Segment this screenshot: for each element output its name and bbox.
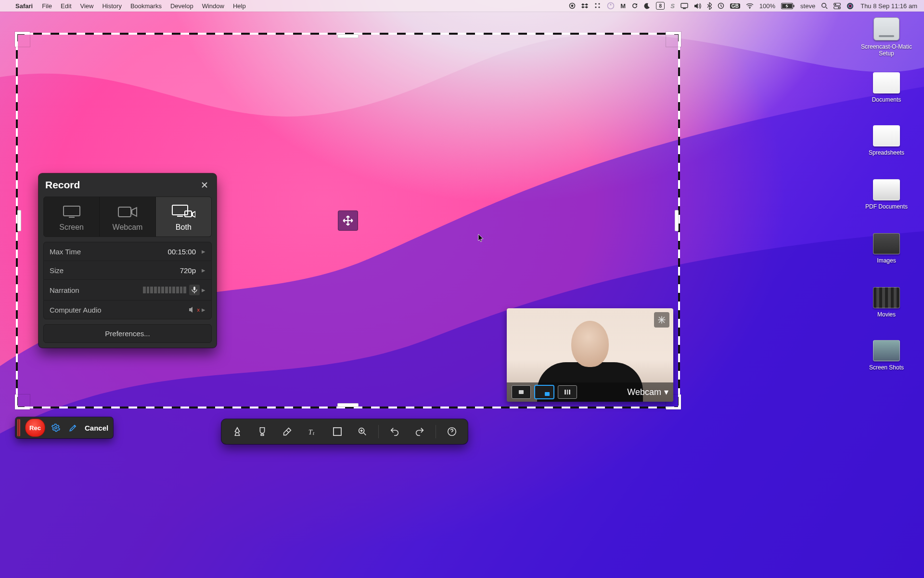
calendar-menubar-icon[interactable]: 8 xyxy=(656,2,665,10)
mode-label: Screen xyxy=(47,223,96,232)
highlighter-tool[interactable] xyxy=(251,422,273,441)
mode-label: Webcam xyxy=(103,223,152,232)
webcam-dropdown[interactable]: Webcam▾ xyxy=(627,387,668,397)
desktop-icon-pdf[interactable]: PDF Documents xyxy=(858,179,915,210)
desktop-icon-spreadsheets[interactable]: Spreadsheets xyxy=(858,125,915,156)
refresh-icon[interactable] xyxy=(631,2,638,9)
desktop-icon-documents[interactable]: Documents xyxy=(858,72,915,103)
svg-point-5 xyxy=(599,6,600,8)
bluetooth-icon[interactable] xyxy=(707,2,712,10)
mode-label: Both xyxy=(159,223,208,232)
desktop-icon-label: Spreadsheets xyxy=(858,149,915,156)
svg-point-18 xyxy=(838,7,840,8)
redo-button[interactable] xyxy=(409,422,431,441)
mode-both[interactable]: Both xyxy=(156,197,211,236)
webcam-effects-button[interactable] xyxy=(654,312,669,328)
speaker-muted-icon: x xyxy=(189,306,200,313)
row-max-time[interactable]: Max Time 00:15:00 ▸ xyxy=(44,242,211,261)
desktop: Safari File Edit View History Bookmarks … xyxy=(0,0,924,578)
menu-develop[interactable]: Develop xyxy=(170,2,193,10)
record-status-icon[interactable] xyxy=(569,2,576,9)
webcam-layout-pip[interactable] xyxy=(535,385,554,399)
menu-bookmarks[interactable]: Bookmarks xyxy=(130,2,162,10)
zoom-tool[interactable] xyxy=(351,422,373,441)
preferences-button[interactable]: Preferences... xyxy=(43,324,212,343)
screen-icon xyxy=(47,204,96,220)
draw-button[interactable] xyxy=(66,421,80,434)
menu-extra-m-icon[interactable]: M xyxy=(620,2,626,10)
resize-handle-tl[interactable] xyxy=(15,32,30,47)
battery-percent: 100% xyxy=(759,2,775,10)
menubar-app-name[interactable]: Safari xyxy=(15,2,33,10)
row-label: Computer Audio xyxy=(50,306,189,314)
resize-handle-tr[interactable] xyxy=(666,32,681,47)
menu-extra-icon[interactable] xyxy=(594,2,601,9)
separator xyxy=(436,425,436,438)
webcam-layout-side[interactable] xyxy=(558,385,577,399)
resize-handle-top[interactable] xyxy=(337,34,359,38)
battery-icon[interactable] xyxy=(781,3,795,9)
dropbox-icon[interactable] xyxy=(581,2,589,9)
timemachine-icon[interactable] xyxy=(718,2,724,9)
resize-handle-right[interactable] xyxy=(675,210,679,231)
record-panel: Record Screen Webcam Both Max Time 00:15… xyxy=(38,173,217,348)
pen-tool[interactable] xyxy=(226,422,248,441)
displays-icon[interactable] xyxy=(680,3,688,9)
row-computer-audio[interactable]: Computer Audio x ▸ xyxy=(44,301,211,319)
menu-extra-circle-icon[interactable] xyxy=(607,2,615,10)
input-source-badge[interactable]: GB xyxy=(730,3,740,9)
control-center-icon[interactable] xyxy=(834,3,841,9)
drag-handle-icon[interactable] xyxy=(17,419,20,436)
desktop-icon-label: Images xyxy=(858,257,915,264)
text-tool[interactable]: Tt xyxy=(301,422,323,441)
help-button[interactable] xyxy=(441,422,463,441)
menubar-clock[interactable]: Thu 8 Sep 11:16 am xyxy=(860,2,917,10)
desktop-icon-screenshots[interactable]: Screen Shots xyxy=(858,340,915,371)
menu-window[interactable]: Window xyxy=(202,2,224,10)
webcam-layout-fullscreen[interactable] xyxy=(512,385,531,399)
menu-view[interactable]: View xyxy=(80,2,94,10)
webcam-toolbar: Webcam▾ xyxy=(507,382,673,402)
menu-extra-s-icon[interactable]: S xyxy=(670,2,675,10)
spotlight-icon[interactable] xyxy=(821,2,828,9)
resize-handle-bl[interactable] xyxy=(15,394,30,409)
cancel-button[interactable]: Cancel xyxy=(85,424,108,432)
desktop-icon-images[interactable]: Images xyxy=(858,233,915,264)
svg-rect-28 xyxy=(193,287,195,290)
chevron-right-icon: ▸ xyxy=(202,286,205,294)
menu-help[interactable]: Help xyxy=(233,2,246,10)
close-button[interactable] xyxy=(199,180,210,190)
do-not-disturb-icon[interactable] xyxy=(644,3,650,9)
eraser-tool[interactable] xyxy=(276,422,298,441)
row-size[interactable]: Size 720p ▸ xyxy=(44,261,211,280)
menu-history[interactable]: History xyxy=(102,2,121,10)
volume-icon[interactable] xyxy=(694,3,701,9)
desktop-icon-movies[interactable]: Movies xyxy=(858,287,915,318)
svg-point-10 xyxy=(749,8,750,9)
webcam-dropdown-label: Webcam xyxy=(627,387,661,397)
svg-point-14 xyxy=(822,3,826,8)
row-narration[interactable]: Narration ▸ xyxy=(44,280,211,301)
mode-webcam[interactable]: Webcam xyxy=(100,197,155,236)
row-label: Size xyxy=(50,266,180,275)
settings-button[interactable] xyxy=(49,421,63,434)
desktop-icon-drive[interactable]: Screencast-O-Matic Setup xyxy=(858,17,915,57)
siri-icon[interactable] xyxy=(847,2,854,10)
wifi-icon[interactable] xyxy=(746,3,754,9)
svg-point-29 xyxy=(55,427,57,429)
undo-button[interactable] xyxy=(384,422,406,441)
shape-tool[interactable] xyxy=(326,422,348,441)
svg-point-16 xyxy=(835,3,836,5)
resize-handle-left[interactable] xyxy=(17,210,21,231)
menu-file[interactable]: File xyxy=(42,2,52,10)
microphone-button[interactable] xyxy=(189,285,200,295)
record-button[interactable]: Rec xyxy=(25,419,45,437)
move-handle[interactable] xyxy=(338,210,358,231)
record-panel-title: Record xyxy=(45,179,199,191)
menu-edit[interactable]: Edit xyxy=(61,2,71,10)
resize-handle-bottom[interactable] xyxy=(337,403,359,407)
user-menu[interactable]: steve xyxy=(800,2,815,10)
cursor-icon xyxy=(478,234,485,243)
webcam-preview[interactable]: Webcam▾ xyxy=(507,308,673,402)
mode-screen[interactable]: Screen xyxy=(44,197,100,236)
